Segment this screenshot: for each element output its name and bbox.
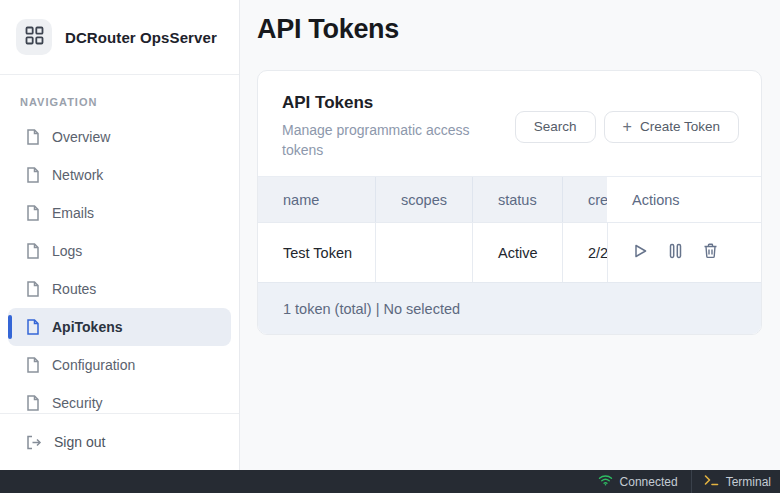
create-token-button[interactable]: + Create Token	[604, 111, 739, 143]
document-icon	[26, 167, 40, 183]
document-icon	[26, 205, 40, 221]
app-logo	[16, 19, 52, 55]
card-header-text: API Tokens Manage programmatic access to…	[282, 93, 497, 160]
table-header-row: name scopes status crea Actions	[258, 176, 761, 222]
document-icon	[26, 129, 40, 145]
search-button[interactable]: Search	[515, 111, 596, 143]
sidebar-header: DCRouter OpsServer	[0, 0, 239, 75]
sidebar-item-overview[interactable]: Overview	[8, 118, 231, 156]
document-icon	[26, 319, 40, 335]
connection-status: Connected	[585, 470, 691, 493]
logout-icon	[26, 435, 42, 450]
sidebar-footer: Sign out	[0, 413, 239, 462]
column-header-name[interactable]: name	[258, 177, 376, 222]
delete-token-button[interactable]	[703, 243, 718, 262]
sidebar-item-label: Security	[52, 395, 103, 411]
pause-icon	[669, 243, 682, 262]
sidebar-item-label: ApiTokens	[52, 319, 123, 335]
terminal-button[interactable]: Terminal	[692, 470, 780, 493]
search-button-label: Search	[534, 119, 577, 134]
app-window: DCRouter OpsServer NAVIGATION Overview N…	[0, 0, 780, 470]
sidebar-item-label: Overview	[52, 129, 110, 145]
document-icon	[26, 357, 40, 373]
card-header: API Tokens Manage programmatic access to…	[258, 71, 761, 176]
sign-out-label: Sign out	[54, 434, 105, 450]
cell-actions	[607, 223, 761, 282]
pause-token-button[interactable]	[669, 243, 682, 262]
cell-name: Test Token	[258, 223, 376, 282]
sidebar-item-security[interactable]: Security	[8, 384, 231, 413]
sign-out-button[interactable]: Sign out	[8, 422, 231, 462]
column-header-status[interactable]: status	[473, 177, 563, 222]
table-row[interactable]: Test Token Active 2/2	[258, 222, 761, 282]
sidebar-item-configuration[interactable]: Configuration	[8, 346, 231, 384]
table-footer: 1 token (total) | No selected	[258, 282, 761, 334]
card-actions: Search + Create Token	[515, 111, 739, 143]
cell-status: Active	[473, 223, 563, 282]
trash-icon	[703, 243, 718, 262]
plus-icon: +	[623, 118, 632, 136]
nav-section-label: NAVIGATION	[20, 96, 239, 108]
sidebar: DCRouter OpsServer NAVIGATION Overview N…	[0, 0, 240, 470]
sidebar-item-label: Routes	[52, 281, 96, 297]
brand-title: DCRouter OpsServer	[65, 29, 217, 46]
sidebar-item-label: Emails	[52, 205, 94, 221]
status-bar: Connected Terminal	[0, 470, 780, 493]
column-header-actions: Actions	[607, 177, 761, 222]
connection-status-label: Connected	[620, 475, 678, 489]
sidebar-item-network[interactable]: Network	[8, 156, 231, 194]
sidebar-item-label: Network	[52, 167, 103, 183]
page-title: API Tokens	[257, 14, 762, 45]
play-icon	[633, 243, 648, 262]
sidebar-item-apitokens[interactable]: ApiTokens	[8, 308, 231, 346]
card-subtitle: Manage programmatic access tokens	[282, 120, 497, 160]
sidebar-item-label: Logs	[52, 243, 82, 259]
terminal-icon	[704, 474, 719, 489]
run-token-button[interactable]	[633, 243, 648, 262]
column-header-scopes[interactable]: scopes	[376, 177, 473, 222]
sidebar-item-label: Configuration	[52, 357, 135, 373]
table-summary: 1 token (total) | No selected	[283, 301, 460, 317]
main-content: API Tokens API Tokens Manage programmati…	[240, 0, 780, 470]
terminal-label: Terminal	[726, 475, 771, 489]
cell-created: 2/2	[563, 245, 607, 261]
sidebar-item-routes[interactable]: Routes	[8, 270, 231, 308]
active-indicator	[8, 315, 12, 339]
create-token-label: Create Token	[640, 119, 720, 134]
column-header-created[interactable]: crea	[563, 177, 607, 222]
wifi-icon	[598, 474, 613, 489]
grid-icon	[25, 26, 44, 49]
cell-scopes	[376, 223, 473, 282]
sidebar-item-emails[interactable]: Emails	[8, 194, 231, 232]
document-icon	[26, 395, 40, 411]
card-title: API Tokens	[282, 93, 497, 113]
document-icon	[26, 281, 40, 297]
sidebar-item-logs[interactable]: Logs	[8, 232, 231, 270]
api-tokens-card: API Tokens Manage programmatic access to…	[257, 70, 762, 335]
document-icon	[26, 243, 40, 259]
sidebar-nav: NAVIGATION Overview Network Emails Logs	[0, 75, 239, 413]
